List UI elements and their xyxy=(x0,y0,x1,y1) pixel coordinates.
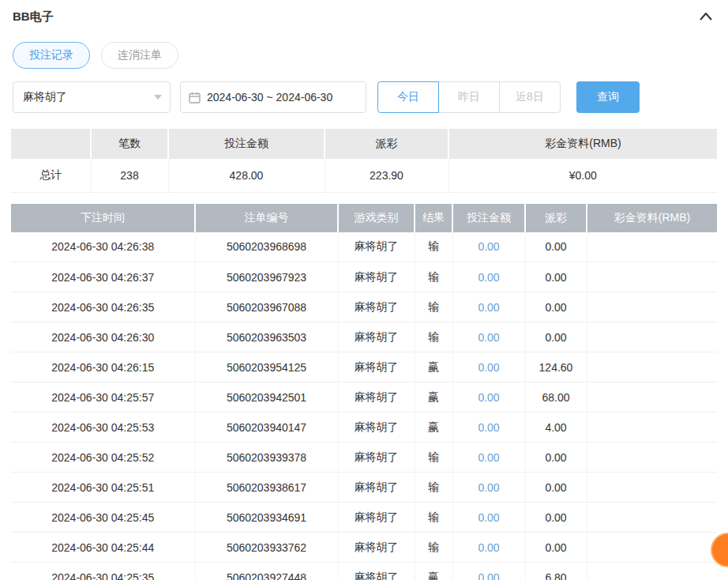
cell-game-category: 麻将胡了 xyxy=(338,292,415,322)
page: BB电子 投注记录 连消注单 麻将胡了 2024-06-30 ~ 2024-06… xyxy=(0,0,728,580)
col-header-jackpot: 彩金资料(RMB) xyxy=(587,204,717,232)
cell-result: 输 xyxy=(415,262,452,292)
bet-amount-link[interactable]: 0.00 xyxy=(478,301,499,314)
quick-last8days-button[interactable]: 近8日 xyxy=(499,81,561,113)
cell-jackpot xyxy=(587,352,717,382)
summary-header-blank xyxy=(11,129,91,159)
cell-bet-amount: 0.00 xyxy=(452,352,525,382)
cell-bet-time: 2024-06-30 04:26:30 xyxy=(11,322,195,352)
cell-payout: 0.00 xyxy=(525,292,587,322)
bet-amount-link[interactable]: 0.00 xyxy=(478,511,499,524)
table-row: 2024-06-30 04:26:35 5060203967088 麻将胡了 输… xyxy=(11,292,717,322)
cell-order-number: 5060203967088 xyxy=(195,292,338,322)
cell-payout: 0.00 xyxy=(525,473,587,503)
summary-count: 238 xyxy=(91,159,168,192)
cell-jackpot xyxy=(587,533,717,563)
cell-game-category: 麻将胡了 xyxy=(338,473,415,503)
bet-amount-link[interactable]: 0.00 xyxy=(478,331,499,344)
cell-result: 赢 xyxy=(415,412,452,443)
cell-result: 输 xyxy=(415,443,452,473)
cell-result: 输 xyxy=(415,503,452,533)
cell-game-category: 麻将胡了 xyxy=(338,232,415,262)
date-range-input[interactable]: 2024-06-30 ~ 2024-06-30 xyxy=(180,81,366,113)
cell-bet-amount: 0.00 xyxy=(452,322,525,352)
bet-amount-link[interactable]: 0.00 xyxy=(478,541,499,554)
cell-bet-amount: 0.00 xyxy=(452,563,525,580)
cell-bet-time: 2024-06-30 04:25:44 xyxy=(11,533,195,563)
bet-amount-link[interactable]: 0.00 xyxy=(478,421,499,434)
cell-bet-time: 2024-06-30 04:25:53 xyxy=(11,412,195,443)
table-row: 2024-06-30 04:25:53 5060203940147 麻将胡了 赢… xyxy=(11,412,717,443)
bet-table: 下注时间 注单编号 游戏类别 结果 投注金额 派彩 彩金资料(RMB) 2024… xyxy=(11,204,717,580)
cell-game-category: 麻将胡了 xyxy=(338,382,415,412)
cell-bet-time: 2024-06-30 04:25:51 xyxy=(11,473,195,503)
cell-bet-time: 2024-06-30 04:25:45 xyxy=(11,503,195,533)
bet-amount-link[interactable]: 0.00 xyxy=(478,271,499,284)
chevron-up-icon xyxy=(700,11,712,23)
table-row: 2024-06-30 04:26:15 5060203954125 麻将胡了 赢… xyxy=(11,352,717,382)
tab-bet-records[interactable]: 投注记录 xyxy=(13,42,90,69)
cell-payout: 0.00 xyxy=(525,503,587,533)
summary-header-payout: 派彩 xyxy=(325,129,448,159)
cell-order-number: 5060203933762 xyxy=(195,533,338,563)
cell-payout: 0.00 xyxy=(525,262,587,292)
cell-order-number: 5060203963503 xyxy=(195,322,338,352)
quick-today-button[interactable]: 今日 xyxy=(377,81,439,113)
search-button[interactable]: 查询 xyxy=(576,81,640,113)
calendar-icon xyxy=(189,92,201,104)
table-row: 2024-06-30 04:25:51 5060203938617 麻将胡了 输… xyxy=(11,473,717,503)
cell-payout: 0.00 xyxy=(525,533,587,563)
top-bar: BB电子 xyxy=(11,0,717,31)
bet-amount-link[interactable]: 0.00 xyxy=(478,481,499,494)
date-range-value: 2024-06-30 ~ 2024-06-30 xyxy=(207,91,332,104)
cell-order-number: 5060203967923 xyxy=(195,262,338,292)
cell-bet-amount: 0.00 xyxy=(452,232,525,262)
cell-game-category: 麻将胡了 xyxy=(338,412,415,443)
cell-payout: 68.00 xyxy=(525,382,587,412)
cell-bet-amount: 0.00 xyxy=(452,262,525,292)
summary-jackpot: ¥0.00 xyxy=(448,159,717,192)
cell-jackpot xyxy=(587,262,717,292)
cell-bet-time: 2024-06-30 04:26:15 xyxy=(11,352,195,382)
table-row: 2024-06-30 04:25:57 5060203942501 麻将胡了 赢… xyxy=(11,382,717,412)
cell-result: 赢 xyxy=(415,352,452,382)
bet-amount-link[interactable]: 0.00 xyxy=(478,361,499,374)
summary-header-jackpot: 彩金资料(RMB) xyxy=(448,129,717,159)
summary-row: 总计 238 428.00 223.90 ¥0.00 xyxy=(11,159,717,192)
tab-cancel-orders[interactable]: 连消注单 xyxy=(101,42,178,69)
cell-payout: 4.00 xyxy=(525,412,587,443)
cell-result: 赢 xyxy=(415,563,452,580)
chevron-down-icon xyxy=(154,95,162,100)
bet-amount-link[interactable]: 0.00 xyxy=(478,240,499,253)
cell-bet-amount: 0.00 xyxy=(452,292,525,322)
cell-jackpot xyxy=(587,382,717,412)
cell-game-category: 麻将胡了 xyxy=(338,443,415,473)
cell-bet-amount: 0.00 xyxy=(452,503,525,533)
cell-game-category: 麻将胡了 xyxy=(338,262,415,292)
bet-amount-link[interactable]: 0.00 xyxy=(478,571,499,580)
cell-bet-time: 2024-06-30 04:26:37 xyxy=(11,262,195,292)
collapse-button[interactable] xyxy=(696,8,715,26)
cell-bet-amount: 0.00 xyxy=(452,473,525,503)
cell-jackpot xyxy=(587,563,717,580)
cell-order-number: 5060203938617 xyxy=(195,473,338,503)
cell-result: 输 xyxy=(415,533,452,563)
quick-yesterday-button[interactable]: 昨日 xyxy=(438,81,500,113)
cell-bet-amount: 0.00 xyxy=(452,382,525,412)
table-row: 2024-06-30 04:26:30 5060203963503 麻将胡了 输… xyxy=(11,322,717,352)
cell-game-category: 麻将胡了 xyxy=(338,322,415,352)
cell-payout: 0.00 xyxy=(525,232,587,262)
bet-amount-link[interactable]: 0.00 xyxy=(478,391,499,404)
bet-amount-link[interactable]: 0.00 xyxy=(478,451,499,464)
col-header-result: 结果 xyxy=(415,204,452,232)
cell-jackpot xyxy=(587,232,717,262)
col-header-bet-time: 下注时间 xyxy=(11,204,195,232)
quick-range-group: 今日 昨日 近8日 xyxy=(377,81,561,113)
tab-bar: 投注记录 连消注单 xyxy=(13,42,717,69)
game-select[interactable]: 麻将胡了 xyxy=(13,81,171,113)
cell-jackpot xyxy=(587,412,717,443)
cell-game-category: 麻将胡了 xyxy=(338,563,415,580)
table-row: 2024-06-30 04:26:38 5060203968698 麻将胡了 输… xyxy=(11,232,717,262)
table-row: 2024-06-30 04:25:45 5060203934691 麻将胡了 输… xyxy=(11,503,717,533)
cell-order-number: 5060203927448 xyxy=(195,563,338,580)
